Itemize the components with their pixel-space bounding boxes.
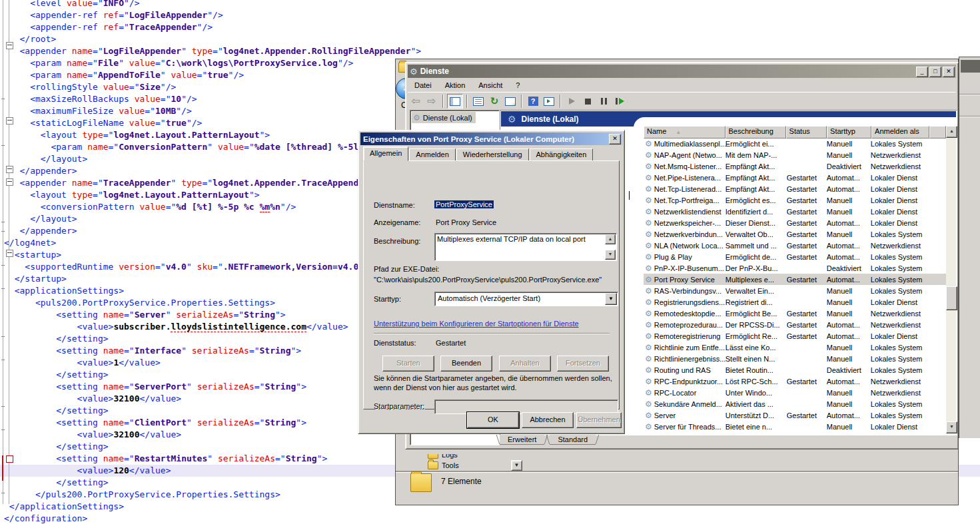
service-row[interactable]: Net.Msmq-Listener...Empfängt Akt...Deakt…	[644, 160, 946, 172]
export-list-icon[interactable]: →	[503, 95, 518, 108]
service-row[interactable]: NetzwerklistendienstIdentifiziert d...Ge…	[644, 206, 946, 217]
fold-collapse-icon[interactable]	[6, 117, 13, 125]
code-line: <staticLogFileName value="true"/>	[4, 117, 202, 129]
pause-service-icon[interactable]	[596, 95, 611, 108]
service-row[interactable]: Richtlinienergebniss...Stellt einen N...…	[644, 353, 946, 364]
service-row[interactable]: Registrierungsdiens...Registriert di...M…	[644, 296, 946, 308]
view-tab-erweitert[interactable]: Erweitert	[500, 435, 544, 445]
back-icon[interactable]: ⇦	[408, 95, 423, 108]
scroll-down-button[interactable]: ▼	[946, 421, 957, 433]
menu-item-aktion[interactable]: Aktion	[445, 81, 466, 89]
services-window-titlebar[interactable]: Dienste	[408, 65, 956, 78]
minimize-button[interactable]: _	[916, 67, 928, 77]
service-name: Netzwerklistendienst	[654, 208, 726, 216]
service-row[interactable]: Net.Tcp-Portfreiga...Ermöglicht es...Ges…	[644, 194, 946, 206]
service-row[interactable]: Sekundäre Anmeld...Aktiviert das ...Manu…	[644, 398, 946, 409]
startoptions-help-link[interactable]: Unterstützung beim Konfigurieren der Sta…	[374, 320, 579, 328]
dialog-tab-abhängigkeiten[interactable]: Abhängigkeiten	[530, 148, 594, 161]
chevron-down-icon[interactable]: ▼	[605, 293, 617, 305]
dienstname-value[interactable]: PortProxyService	[434, 200, 494, 208]
service-row[interactable]: Richtlinie zum Entfe...Lässt eine Ko...M…	[644, 342, 946, 353]
service-row[interactable]: Net.Pipe-Listenera...Empfängt Akt...Gest…	[644, 172, 946, 183]
start-service-icon[interactable]	[564, 95, 579, 108]
service-row-selected[interactable]: Port Proxy ServiceMultiplexes e...Gestar…	[644, 274, 946, 285]
menu-item-datei[interactable]: Datei	[414, 81, 432, 89]
column-header-anmelden-als[interactable]: Anmelden als	[871, 126, 929, 138]
dialog-tab-wiederherstellung[interactable]: Wiederherstellung	[456, 148, 529, 161]
beschreibung-textbox[interactable]: Multiplexes external TCP/IP data on loca…	[434, 233, 617, 261]
tree-item-dienste-lokal[interactable]: Dienste (Lokal)	[412, 112, 476, 123]
restart-service-icon[interactable]	[612, 95, 627, 108]
service-status: Gestartet	[787, 196, 827, 204]
service-row[interactable]: Netzwerkspeicher-...Dieser Dienst...Gest…	[644, 217, 946, 228]
maximize-button[interactable]: □	[929, 67, 941, 77]
service-row[interactable]: RPC-Endpunktzuor...Löst RPC-Sch...Gestar…	[644, 376, 946, 387]
scroll-up-button[interactable]: ▲	[605, 234, 616, 244]
column-header-starttyp[interactable]: Starttyp	[827, 126, 871, 138]
dialog-titlebar[interactable]: Eigenschaften von Port Proxy Service (Lo…	[360, 132, 622, 145]
column-header-beschreibung[interactable]: Beschreibung	[726, 126, 786, 138]
forward-icon[interactable]: ⇨	[424, 95, 439, 108]
vertical-scrollbar[interactable]: ▲ ▼	[946, 126, 956, 433]
service-row[interactable]: Remotedesktopdie...Ermöglicht Be...Gesta…	[644, 308, 946, 319]
dialog-tab-anmelden[interactable]: Anmelden	[409, 148, 456, 161]
show-console-tree-icon[interactable]	[447, 94, 463, 109]
service-row[interactable]: NAP-Agent (Netwo...Mit dem NAP-...Manuel…	[644, 149, 946, 160]
properties-icon[interactable]	[471, 95, 486, 108]
anhalten-button[interactable]: Anhalten	[499, 356, 551, 372]
code-line: </layout>	[4, 153, 87, 165]
code-line: <value>32100</value>	[4, 429, 181, 441]
changed-region-fold-icon[interactable]	[6, 455, 13, 463]
service-row[interactable]: RAS-Verbindungsv...Verwaltet Ein...Manue…	[644, 285, 946, 296]
dropdown-arrow-button[interactable]: ▼	[511, 460, 522, 471]
divider	[374, 333, 610, 334]
dialog-tab-allgemein[interactable]: Allgemein	[363, 146, 408, 161]
service-starttyp: Deaktiviert	[827, 264, 871, 272]
fold-collapse-icon[interactable]	[6, 166, 13, 173]
beenden-button[interactable]: Beenden	[440, 356, 492, 372]
service-row[interactable]: NLA (Network Loca...Sammelt und ...Gesta…	[644, 240, 946, 251]
stop-service-icon[interactable]	[580, 95, 595, 108]
extended-view-icon[interactable]	[542, 95, 556, 108]
close-icon[interactable]: ✕	[609, 134, 621, 144]
fold-collapse-icon[interactable]	[6, 178, 13, 186]
uebernehmen-button[interactable]: Übernehmen	[576, 412, 622, 428]
fold-collapse-icon[interactable]	[6, 42, 13, 49]
starten-button[interactable]: Starten	[382, 356, 434, 372]
ok-button[interactable]: OK	[467, 412, 519, 428]
service-row[interactable]: Remoteprozedurau...Der RPCSS-Di...Gestar…	[644, 319, 946, 330]
view-tab-standard[interactable]: Standard	[550, 435, 596, 445]
service-anmelden: Lokales System	[871, 344, 929, 352]
service-row[interactable]: RemoteregistrierungErmöglicht Re...Gesta…	[644, 330, 946, 342]
service-properties-dialog[interactable]: Eigenschaften von Port Proxy Service (Lo…	[358, 130, 625, 434]
close-button[interactable]: ✕	[943, 67, 955, 77]
scroll-down-button[interactable]: ▼	[605, 250, 616, 260]
help-icon[interactable]: ?	[526, 95, 540, 108]
scroll-up-button[interactable]: ▲	[946, 126, 957, 138]
scrollbar-thumb[interactable]	[946, 286, 957, 310]
service-row[interactable]: Multimediaklassenpl...Ermöglicht ei...Ma…	[644, 138, 946, 149]
services-list[interactable]: Name▲BeschreibungStatusStarttypAnmelden …	[644, 126, 956, 433]
abbrechen-button[interactable]: Abbrechen	[522, 412, 574, 428]
starttyp-combobox[interactable]: Automatisch (Verzögerter Start) ▼	[434, 292, 618, 306]
refresh-icon[interactable]: ↻	[487, 95, 502, 108]
service-row[interactable]: ServerUnterstützt D...GestartetAutomat..…	[644, 409, 946, 421]
menu-item-?[interactable]: ?	[516, 81, 520, 89]
service-description: Ermöglicht ei...	[726, 140, 787, 148]
fold-collapse-icon[interactable]	[6, 250, 13, 257]
service-row[interactable]: Routing und RASBietet Routin...Deaktivie…	[644, 364, 946, 376]
service-row[interactable]: Net.Tcp-Listenerad...Empfängt Akt...Gest…	[644, 183, 946, 194]
service-row[interactable]: RPC-LocatorUnter Windo...ManuellNetzwerk…	[644, 387, 946, 398]
menu-bar[interactable]: DateiAktionAnsicht?	[408, 79, 956, 93]
folder-list-item[interactable]: Tools	[428, 461, 459, 470]
service-row[interactable]: Plug & PlayErmöglicht de...GestartetAuto…	[644, 251, 946, 262]
starttyp-label: Starttyp:	[374, 295, 401, 303]
service-row[interactable]: Netzwerkverbindun...Verwaltet Ob...Gesta…	[644, 228, 946, 240]
menu-item-ansicht[interactable]: Ansicht	[478, 81, 502, 89]
fortsetzen-button[interactable]: Fortsetzen	[557, 356, 609, 372]
service-row[interactable]: PnP-X-IP-Busenum...Der PnP-X-Bu...Deakti…	[644, 262, 946, 274]
service-row[interactable]: Server für Threads...Bietet eine n...Man…	[644, 421, 946, 432]
column-header-name[interactable]: Name▲	[644, 126, 726, 138]
column-header-status[interactable]: Status	[786, 126, 827, 138]
folder-list-item[interactable]: Logs	[428, 454, 458, 459]
